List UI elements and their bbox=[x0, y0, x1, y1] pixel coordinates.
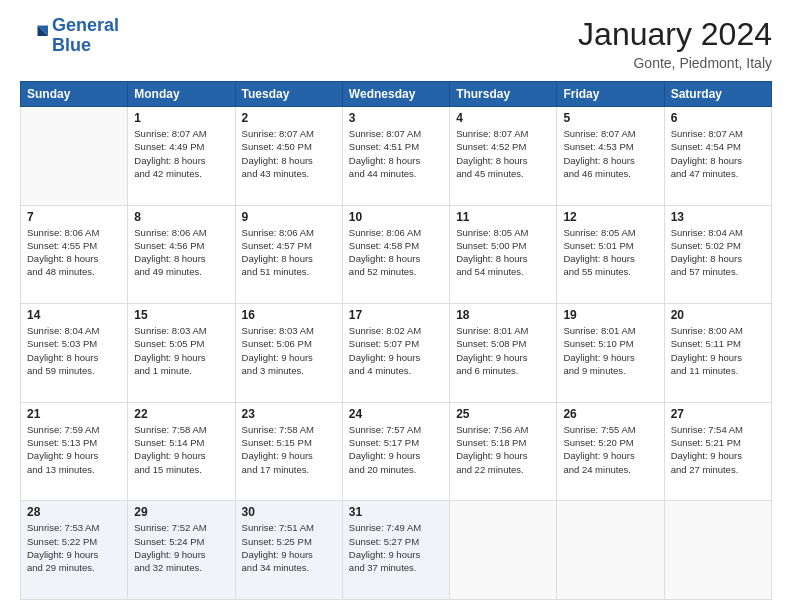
day-info: Sunrise: 7:49 AMSunset: 5:27 PMDaylight:… bbox=[349, 521, 443, 574]
day-info: Sunrise: 8:06 AMSunset: 4:58 PMDaylight:… bbox=[349, 226, 443, 279]
day-number: 1 bbox=[134, 111, 228, 125]
page: General Blue January 2024 Gonte, Piedmon… bbox=[0, 0, 792, 612]
calendar-cell: 31Sunrise: 7:49 AMSunset: 5:27 PMDayligh… bbox=[342, 501, 449, 600]
col-saturday: Saturday bbox=[664, 82, 771, 107]
calendar-cell: 12Sunrise: 8:05 AMSunset: 5:01 PMDayligh… bbox=[557, 205, 664, 304]
day-info: Sunrise: 7:51 AMSunset: 5:25 PMDaylight:… bbox=[242, 521, 336, 574]
calendar-cell: 20Sunrise: 8:00 AMSunset: 5:11 PMDayligh… bbox=[664, 304, 771, 403]
col-monday: Monday bbox=[128, 82, 235, 107]
day-number: 20 bbox=[671, 308, 765, 322]
day-info: Sunrise: 8:01 AMSunset: 5:10 PMDaylight:… bbox=[563, 324, 657, 377]
day-number: 26 bbox=[563, 407, 657, 421]
day-info: Sunrise: 8:02 AMSunset: 5:07 PMDaylight:… bbox=[349, 324, 443, 377]
weekday-header-row: Sunday Monday Tuesday Wednesday Thursday… bbox=[21, 82, 772, 107]
day-number: 31 bbox=[349, 505, 443, 519]
day-number: 6 bbox=[671, 111, 765, 125]
calendar-cell bbox=[557, 501, 664, 600]
day-number: 25 bbox=[456, 407, 550, 421]
day-info: Sunrise: 8:07 AMSunset: 4:49 PMDaylight:… bbox=[134, 127, 228, 180]
calendar-cell: 18Sunrise: 8:01 AMSunset: 5:08 PMDayligh… bbox=[450, 304, 557, 403]
calendar-cell: 7Sunrise: 8:06 AMSunset: 4:55 PMDaylight… bbox=[21, 205, 128, 304]
day-info: Sunrise: 8:01 AMSunset: 5:08 PMDaylight:… bbox=[456, 324, 550, 377]
day-info: Sunrise: 8:07 AMSunset: 4:51 PMDaylight:… bbox=[349, 127, 443, 180]
day-number: 29 bbox=[134, 505, 228, 519]
day-info: Sunrise: 8:05 AMSunset: 5:00 PMDaylight:… bbox=[456, 226, 550, 279]
day-info: Sunrise: 8:06 AMSunset: 4:57 PMDaylight:… bbox=[242, 226, 336, 279]
col-thursday: Thursday bbox=[450, 82, 557, 107]
calendar-cell: 4Sunrise: 8:07 AMSunset: 4:52 PMDaylight… bbox=[450, 107, 557, 206]
calendar-cell: 3Sunrise: 8:07 AMSunset: 4:51 PMDaylight… bbox=[342, 107, 449, 206]
calendar-cell: 27Sunrise: 7:54 AMSunset: 5:21 PMDayligh… bbox=[664, 402, 771, 501]
day-number: 8 bbox=[134, 210, 228, 224]
calendar-cell: 9Sunrise: 8:06 AMSunset: 4:57 PMDaylight… bbox=[235, 205, 342, 304]
day-info: Sunrise: 8:07 AMSunset: 4:50 PMDaylight:… bbox=[242, 127, 336, 180]
logo-line1: General bbox=[52, 15, 119, 35]
day-info: Sunrise: 8:04 AMSunset: 5:03 PMDaylight:… bbox=[27, 324, 121, 377]
calendar-cell: 23Sunrise: 7:58 AMSunset: 5:15 PMDayligh… bbox=[235, 402, 342, 501]
logo-icon bbox=[20, 22, 48, 50]
calendar-cell: 8Sunrise: 8:06 AMSunset: 4:56 PMDaylight… bbox=[128, 205, 235, 304]
calendar-cell: 29Sunrise: 7:52 AMSunset: 5:24 PMDayligh… bbox=[128, 501, 235, 600]
week-row-1: 1Sunrise: 8:07 AMSunset: 4:49 PMDaylight… bbox=[21, 107, 772, 206]
day-info: Sunrise: 7:55 AMSunset: 5:20 PMDaylight:… bbox=[563, 423, 657, 476]
week-row-2: 7Sunrise: 8:06 AMSunset: 4:55 PMDaylight… bbox=[21, 205, 772, 304]
calendar-cell: 6Sunrise: 8:07 AMSunset: 4:54 PMDaylight… bbox=[664, 107, 771, 206]
day-number: 2 bbox=[242, 111, 336, 125]
day-number: 24 bbox=[349, 407, 443, 421]
logo: General Blue bbox=[20, 16, 119, 56]
day-info: Sunrise: 8:06 AMSunset: 4:55 PMDaylight:… bbox=[27, 226, 121, 279]
day-info: Sunrise: 7:57 AMSunset: 5:17 PMDaylight:… bbox=[349, 423, 443, 476]
calendar-cell bbox=[450, 501, 557, 600]
day-info: Sunrise: 7:56 AMSunset: 5:18 PMDaylight:… bbox=[456, 423, 550, 476]
day-number: 30 bbox=[242, 505, 336, 519]
month-title: January 2024 bbox=[578, 16, 772, 53]
calendar-cell: 11Sunrise: 8:05 AMSunset: 5:00 PMDayligh… bbox=[450, 205, 557, 304]
calendar-cell: 26Sunrise: 7:55 AMSunset: 5:20 PMDayligh… bbox=[557, 402, 664, 501]
day-info: Sunrise: 8:07 AMSunset: 4:53 PMDaylight:… bbox=[563, 127, 657, 180]
logo-line2: Blue bbox=[52, 35, 91, 55]
calendar-cell: 5Sunrise: 8:07 AMSunset: 4:53 PMDaylight… bbox=[557, 107, 664, 206]
day-number: 4 bbox=[456, 111, 550, 125]
day-info: Sunrise: 8:00 AMSunset: 5:11 PMDaylight:… bbox=[671, 324, 765, 377]
day-number: 11 bbox=[456, 210, 550, 224]
location: Gonte, Piedmont, Italy bbox=[578, 55, 772, 71]
day-info: Sunrise: 8:04 AMSunset: 5:02 PMDaylight:… bbox=[671, 226, 765, 279]
day-number: 7 bbox=[27, 210, 121, 224]
calendar-cell: 1Sunrise: 8:07 AMSunset: 4:49 PMDaylight… bbox=[128, 107, 235, 206]
col-wednesday: Wednesday bbox=[342, 82, 449, 107]
day-number: 5 bbox=[563, 111, 657, 125]
day-number: 10 bbox=[349, 210, 443, 224]
day-info: Sunrise: 8:06 AMSunset: 4:56 PMDaylight:… bbox=[134, 226, 228, 279]
calendar-cell bbox=[664, 501, 771, 600]
day-info: Sunrise: 8:05 AMSunset: 5:01 PMDaylight:… bbox=[563, 226, 657, 279]
day-number: 13 bbox=[671, 210, 765, 224]
day-info: Sunrise: 8:03 AMSunset: 5:05 PMDaylight:… bbox=[134, 324, 228, 377]
col-tuesday: Tuesday bbox=[235, 82, 342, 107]
calendar-cell: 28Sunrise: 7:53 AMSunset: 5:22 PMDayligh… bbox=[21, 501, 128, 600]
day-number: 16 bbox=[242, 308, 336, 322]
calendar-cell: 16Sunrise: 8:03 AMSunset: 5:06 PMDayligh… bbox=[235, 304, 342, 403]
day-number: 15 bbox=[134, 308, 228, 322]
calendar-cell: 14Sunrise: 8:04 AMSunset: 5:03 PMDayligh… bbox=[21, 304, 128, 403]
day-info: Sunrise: 8:03 AMSunset: 5:06 PMDaylight:… bbox=[242, 324, 336, 377]
day-info: Sunrise: 7:54 AMSunset: 5:21 PMDaylight:… bbox=[671, 423, 765, 476]
day-info: Sunrise: 7:58 AMSunset: 5:14 PMDaylight:… bbox=[134, 423, 228, 476]
day-info: Sunrise: 8:07 AMSunset: 4:52 PMDaylight:… bbox=[456, 127, 550, 180]
day-info: Sunrise: 7:53 AMSunset: 5:22 PMDaylight:… bbox=[27, 521, 121, 574]
day-number: 17 bbox=[349, 308, 443, 322]
calendar: Sunday Monday Tuesday Wednesday Thursday… bbox=[20, 81, 772, 600]
header: General Blue January 2024 Gonte, Piedmon… bbox=[20, 16, 772, 71]
day-number: 12 bbox=[563, 210, 657, 224]
day-number: 21 bbox=[27, 407, 121, 421]
day-number: 14 bbox=[27, 308, 121, 322]
calendar-cell: 25Sunrise: 7:56 AMSunset: 5:18 PMDayligh… bbox=[450, 402, 557, 501]
day-number: 19 bbox=[563, 308, 657, 322]
calendar-cell: 17Sunrise: 8:02 AMSunset: 5:07 PMDayligh… bbox=[342, 304, 449, 403]
col-friday: Friday bbox=[557, 82, 664, 107]
calendar-cell: 2Sunrise: 8:07 AMSunset: 4:50 PMDaylight… bbox=[235, 107, 342, 206]
calendar-cell: 22Sunrise: 7:58 AMSunset: 5:14 PMDayligh… bbox=[128, 402, 235, 501]
day-number: 18 bbox=[456, 308, 550, 322]
col-sunday: Sunday bbox=[21, 82, 128, 107]
day-number: 3 bbox=[349, 111, 443, 125]
week-row-3: 14Sunrise: 8:04 AMSunset: 5:03 PMDayligh… bbox=[21, 304, 772, 403]
